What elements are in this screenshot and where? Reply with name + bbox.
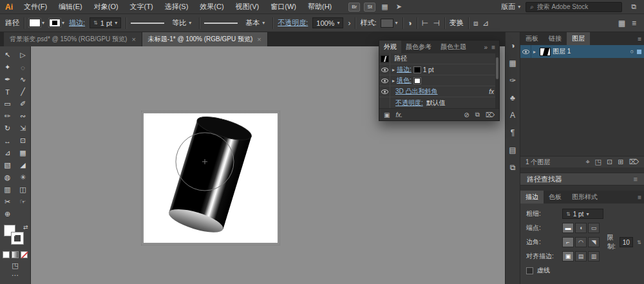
isolate-icon[interactable]: ⊿	[482, 19, 489, 28]
appearance-row-fill[interactable]: ▸ 填色:	[379, 75, 499, 86]
stroke-color-chip[interactable]	[414, 67, 421, 73]
menu-item[interactable]: 效果(C)	[194, 0, 229, 14]
locate-object-icon[interactable]: ⌖	[585, 158, 589, 166]
delete-item-icon[interactable]: ⌦	[486, 111, 495, 118]
recolor-artwork-icon[interactable]: ◑	[408, 19, 412, 28]
type-tool[interactable]: T	[0, 86, 15, 98]
stock-badge[interactable]: St	[364, 3, 375, 12]
menu-item[interactable]: 视图(V)	[230, 0, 265, 14]
stock-search-input[interactable]: ⌕ 搜索 Adobe Stock	[526, 2, 622, 12]
disclosure-icon[interactable]: ▸	[531, 49, 538, 55]
eyedropper-tool[interactable]: ◢	[15, 159, 31, 171]
visibility-eye-icon[interactable]	[381, 79, 388, 83]
mesh-tool[interactable]: ▦	[15, 147, 31, 159]
panel-tab[interactable]: 描边	[520, 191, 544, 204]
stroke-weight-dropdown[interactable]: ⇅ 1 pt ▾	[562, 209, 603, 219]
miter-limit-input[interactable]: 10	[620, 237, 633, 247]
disclosure-icon[interactable]: ▸	[390, 78, 397, 84]
fill-color-dropdown[interactable]: ▾	[29, 19, 44, 27]
tab-untitled-1[interactable]: 未标题-1* @ 100% (RGB/GPU 预览) ×	[142, 32, 268, 46]
brushes-panel-icon[interactable]: ✑	[506, 76, 520, 85]
artboard-tool[interactable]: ◫	[15, 184, 31, 196]
effect-3d-link[interactable]: 3D 凸出和斜角	[395, 87, 438, 96]
stroke-color-dropdown[interactable]: ▾	[49, 19, 64, 27]
zoom-tool[interactable]: ⊕	[0, 208, 15, 220]
arrange-documents-icon[interactable]: ⧉	[627, 3, 640, 11]
stroke-weight-dropdown[interactable]: ⇅ 1 pt ▾	[90, 17, 121, 28]
stroke-panel-link[interactable]: 描边:	[69, 18, 85, 28]
fill-item-link[interactable]: 填色:	[397, 76, 412, 85]
disclosure-icon[interactable]: ▸	[390, 67, 397, 73]
draw-mode-icon[interactable]: ◳	[12, 261, 18, 270]
bridge-badge[interactable]: Br	[348, 3, 360, 12]
width-profile-dropdown[interactable]: 等比 ▾	[169, 17, 194, 28]
gpu-preview-icon[interactable]: ▦	[377, 3, 392, 11]
align-stroke-outside-icon[interactable]: ▥	[588, 251, 600, 261]
panel-scrollbar[interactable]	[495, 53, 499, 108]
shear-icon[interactable]: ⧈	[473, 19, 478, 28]
column-graph-tool[interactable]: ▥	[0, 184, 15, 196]
menu-item[interactable]: 文字(T)	[124, 0, 159, 14]
new-stroke-icon[interactable]: ▣	[384, 111, 390, 118]
dashed-line-checkbox[interactable]	[526, 267, 533, 274]
appearance-row-stroke[interactable]: ▸ 描边: 1 pt	[379, 64, 499, 75]
fill-color-chip[interactable]	[414, 78, 421, 84]
toolbox-more-icon[interactable]: ⋯	[12, 271, 19, 279]
transparency-panel-icon[interactable]: ▤	[506, 146, 520, 155]
pathfinder-panel-header[interactable]: 路径查找器 ≡	[520, 173, 644, 185]
panel-tab[interactable]: 颜色参考	[401, 41, 436, 53]
symbols-panel-icon[interactable]: ♣	[506, 93, 520, 102]
paintbrush-tool[interactable]: ✐	[15, 98, 31, 110]
visibility-eye-icon[interactable]	[381, 90, 388, 94]
panel-tab[interactable]: 色板	[544, 191, 567, 204]
opacity-panel-link[interactable]: 不透明度:	[278, 18, 308, 28]
miter-join-icon[interactable]: ⌐	[562, 237, 574, 247]
duplicate-item-icon[interactable]: ⧉	[475, 111, 480, 118]
color-panel-icon[interactable]: ◑	[506, 41, 520, 50]
document-setup-grid-icon[interactable]: ▦	[618, 19, 625, 28]
color-guide-panel-icon[interactable]: ▦	[506, 59, 520, 68]
round-join-icon[interactable]: ◠	[575, 237, 587, 247]
menu-item[interactable]: 对象(O)	[88, 0, 124, 14]
workspace-switcher[interactable]: 版面 ▾	[501, 2, 520, 12]
cylinder-artwork[interactable]	[144, 113, 278, 243]
rotate-tool[interactable]: ↻	[0, 122, 15, 135]
width-tool[interactable]: ↔	[0, 135, 15, 147]
scale-tool[interactable]: ⇲	[15, 122, 31, 135]
panel-menu-icon[interactable]: ≡	[635, 194, 644, 201]
stepper-icon[interactable]: ⇅	[566, 211, 571, 217]
panel-tab[interactable]: 图层	[567, 32, 590, 45]
opacity-dropdown[interactable]: 100% ▾	[312, 17, 343, 28]
bevel-join-icon[interactable]: ◥	[588, 237, 600, 247]
menu-item[interactable]: 文件(F)	[18, 0, 53, 14]
paragraph-panel-icon[interactable]: ¶	[506, 128, 520, 137]
align-right-icon[interactable]: ⊣	[433, 19, 439, 28]
target-circle-icon[interactable]: ○	[630, 48, 634, 55]
layer-name[interactable]: 图层 1	[553, 47, 571, 56]
align-stroke-center-icon[interactable]: ▣	[562, 251, 574, 261]
direct-selection-tool[interactable]: ▷	[15, 49, 31, 61]
tab-bg-gradient-psd[interactable]: 背景渐变.psd* @ 150% (RGB/GPU 预览) ×	[4, 32, 142, 46]
stroke-item-link[interactable]: 描边:	[397, 65, 412, 74]
blend-tool[interactable]: ◍	[0, 171, 15, 184]
panel-menu-icon[interactable]: ≡	[635, 35, 644, 43]
gradient-mode-button[interactable]	[12, 251, 19, 258]
none-mode-button[interactable]	[21, 251, 28, 258]
brush-definition-dropdown[interactable]: 基本 ▾	[242, 17, 268, 28]
close-tab-icon[interactable]: ×	[257, 35, 261, 43]
menu-item[interactable]: 帮助(H)	[302, 0, 337, 14]
appearance-row-opacity[interactable]: 不透明度: 默认值	[379, 97, 499, 108]
libraries-panel-icon[interactable]: ⧉	[506, 163, 520, 172]
panel-tab[interactable]: 颜色主题	[436, 41, 471, 53]
color-mode-button[interactable]	[3, 251, 10, 258]
perspective-grid-tool[interactable]: ⊿	[0, 147, 15, 159]
curvature-tool[interactable]: ∿	[15, 73, 31, 86]
pencil-tool[interactable]: ✏	[0, 110, 15, 122]
rectangle-tool[interactable]: ▭	[0, 98, 15, 110]
control-bar-menu-icon[interactable]: ≡	[632, 19, 636, 28]
layer-row-selected[interactable]: ▸ 图层 1 ○	[520, 45, 644, 58]
share-icon[interactable]: ➤	[392, 3, 406, 11]
close-tab-icon[interactable]: ×	[131, 35, 135, 43]
pen-tool[interactable]: ✒	[0, 73, 15, 86]
panel-menu-icon[interactable]: ≡	[634, 175, 638, 183]
